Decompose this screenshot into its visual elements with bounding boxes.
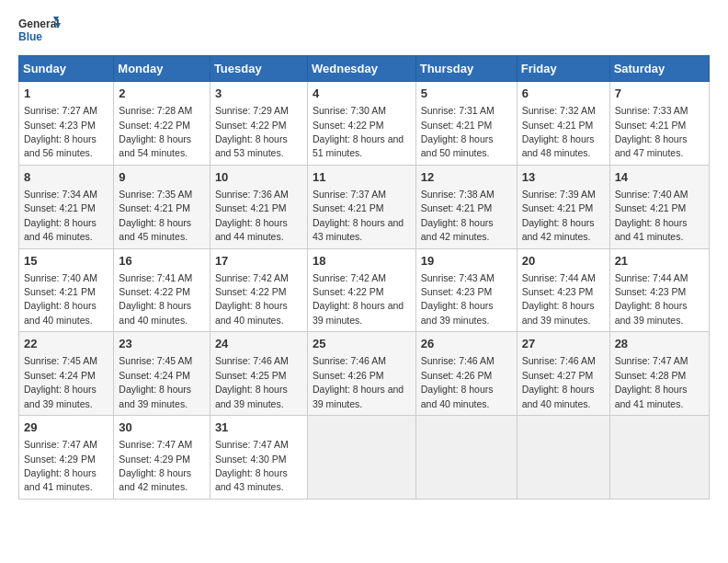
day-info: Sunrise: 7:29 AMSunset: 4:22 PMDaylight:…: [215, 105, 289, 158]
day-info: Sunrise: 7:45 AMSunset: 4:24 PMDaylight:…: [24, 355, 97, 408]
day-info: Sunrise: 7:47 AMSunset: 4:29 PMDaylight:…: [24, 439, 97, 492]
day-info: Sunrise: 7:47 AMSunset: 4:29 PMDaylight:…: [119, 439, 192, 492]
header-wednesday: Wednesday: [307, 56, 415, 82]
day-number: 20: [522, 253, 605, 270]
calendar-cell: [415, 416, 517, 500]
calendar-cell: 16Sunrise: 7:41 AMSunset: 4:22 PMDayligh…: [114, 248, 210, 332]
day-info: Sunrise: 7:46 AMSunset: 4:27 PMDaylight:…: [522, 355, 596, 408]
day-number: 19: [421, 253, 512, 270]
day-info: Sunrise: 7:30 AMSunset: 4:22 PMDaylight:…: [313, 105, 404, 158]
day-number: 24: [215, 336, 302, 352]
day-number: 4: [313, 86, 411, 102]
calendar-cell: 4Sunrise: 7:30 AMSunset: 4:22 PMDaylight…: [307, 82, 415, 166]
day-number: 5: [421, 86, 512, 102]
calendar-cell: 3Sunrise: 7:29 AMSunset: 4:22 PMDaylight…: [210, 82, 307, 166]
calendar-week-row: 8Sunrise: 7:34 AMSunset: 4:21 PMDaylight…: [19, 165, 710, 248]
calendar-cell: 30Sunrise: 7:47 AMSunset: 4:29 PMDayligh…: [114, 416, 210, 500]
calendar-cell: 26Sunrise: 7:46 AMSunset: 4:26 PMDayligh…: [415, 332, 517, 416]
calendar-cell: 9Sunrise: 7:35 AMSunset: 4:21 PMDaylight…: [114, 165, 210, 248]
calendar-cell: 22Sunrise: 7:45 AMSunset: 4:24 PMDayligh…: [19, 332, 114, 416]
day-info: Sunrise: 7:34 AMSunset: 4:21 PMDaylight:…: [24, 189, 97, 242]
day-number: 10: [215, 169, 302, 186]
logo: General Blue: [18, 15, 63, 48]
day-info: Sunrise: 7:32 AMSunset: 4:21 PMDaylight:…: [522, 105, 596, 158]
day-number: 16: [119, 253, 205, 270]
calendar-cell: 29Sunrise: 7:47 AMSunset: 4:29 PMDayligh…: [19, 416, 114, 500]
calendar-cell: 19Sunrise: 7:43 AMSunset: 4:23 PMDayligh…: [415, 248, 517, 332]
day-info: Sunrise: 7:38 AMSunset: 4:21 PMDaylight:…: [421, 189, 495, 242]
calendar-cell: 6Sunrise: 7:32 AMSunset: 4:21 PMDaylight…: [517, 82, 609, 166]
day-number: 8: [24, 169, 108, 186]
day-info: Sunrise: 7:46 AMSunset: 4:26 PMDaylight:…: [313, 355, 404, 408]
day-number: 6: [522, 86, 605, 102]
calendar-cell: 23Sunrise: 7:45 AMSunset: 4:24 PMDayligh…: [114, 332, 210, 416]
logo-icon: General Blue: [18, 15, 63, 48]
day-number: 9: [119, 169, 205, 186]
day-number: 18: [313, 253, 411, 270]
day-info: Sunrise: 7:40 AMSunset: 4:21 PMDaylight:…: [615, 189, 688, 242]
svg-text:General: General: [18, 17, 60, 30]
calendar-cell: 20Sunrise: 7:44 AMSunset: 4:23 PMDayligh…: [517, 248, 609, 332]
calendar-week-row: 15Sunrise: 7:40 AMSunset: 4:21 PMDayligh…: [19, 248, 710, 332]
day-info: Sunrise: 7:46 AMSunset: 4:26 PMDaylight:…: [421, 355, 495, 408]
day-info: Sunrise: 7:47 AMSunset: 4:28 PMDaylight:…: [615, 355, 688, 408]
calendar-cell: 27Sunrise: 7:46 AMSunset: 4:27 PMDayligh…: [517, 332, 609, 416]
day-info: Sunrise: 7:44 AMSunset: 4:23 PMDaylight:…: [615, 272, 688, 326]
day-number: 15: [24, 253, 108, 270]
calendar-week-row: 22Sunrise: 7:45 AMSunset: 4:24 PMDayligh…: [19, 332, 710, 416]
day-info: Sunrise: 7:28 AMSunset: 4:22 PMDaylight:…: [119, 105, 192, 158]
calendar-cell: 24Sunrise: 7:46 AMSunset: 4:25 PMDayligh…: [210, 332, 307, 416]
day-info: Sunrise: 7:45 AMSunset: 4:24 PMDaylight:…: [119, 355, 192, 408]
day-info: Sunrise: 7:27 AMSunset: 4:23 PMDaylight:…: [24, 105, 97, 158]
calendar-cell: 2Sunrise: 7:28 AMSunset: 4:22 PMDaylight…: [114, 82, 210, 166]
calendar-cell: 5Sunrise: 7:31 AMSunset: 4:21 PMDaylight…: [415, 82, 517, 166]
day-number: 30: [119, 419, 205, 436]
day-info: Sunrise: 7:44 AMSunset: 4:23 PMDaylight:…: [522, 272, 596, 326]
calendar-cell: 13Sunrise: 7:39 AMSunset: 4:21 PMDayligh…: [517, 165, 609, 248]
header-thursday: Thursday: [415, 56, 517, 82]
day-number: 11: [313, 169, 411, 186]
day-info: Sunrise: 7:35 AMSunset: 4:21 PMDaylight:…: [119, 189, 192, 242]
calendar-cell: 14Sunrise: 7:40 AMSunset: 4:21 PMDayligh…: [609, 165, 709, 248]
calendar-week-row: 29Sunrise: 7:47 AMSunset: 4:29 PMDayligh…: [19, 416, 710, 500]
calendar-cell: 25Sunrise: 7:46 AMSunset: 4:26 PMDayligh…: [307, 332, 415, 416]
header-monday: Monday: [114, 56, 210, 82]
day-info: Sunrise: 7:39 AMSunset: 4:21 PMDaylight:…: [522, 189, 596, 242]
header-tuesday: Tuesday: [210, 56, 307, 82]
header-saturday: Saturday: [609, 56, 709, 82]
calendar-cell: 31Sunrise: 7:47 AMSunset: 4:30 PMDayligh…: [210, 416, 307, 500]
day-info: Sunrise: 7:33 AMSunset: 4:21 PMDaylight:…: [615, 105, 688, 158]
day-number: 23: [119, 336, 205, 352]
calendar-cell: [517, 416, 609, 500]
day-number: 26: [421, 336, 512, 352]
calendar-cell: 17Sunrise: 7:42 AMSunset: 4:22 PMDayligh…: [210, 248, 307, 332]
day-number: 21: [615, 253, 704, 270]
day-info: Sunrise: 7:37 AMSunset: 4:21 PMDaylight:…: [313, 189, 404, 242]
day-info: Sunrise: 7:31 AMSunset: 4:21 PMDaylight:…: [421, 105, 495, 158]
calendar-header-row: SundayMondayTuesdayWednesdayThursdayFrid…: [19, 56, 710, 82]
day-info: Sunrise: 7:41 AMSunset: 4:22 PMDaylight:…: [119, 272, 192, 326]
calendar-cell: [609, 416, 709, 500]
calendar-cell: 11Sunrise: 7:37 AMSunset: 4:21 PMDayligh…: [307, 165, 415, 248]
day-info: Sunrise: 7:46 AMSunset: 4:25 PMDaylight:…: [215, 355, 289, 408]
day-number: 25: [313, 336, 411, 352]
day-number: 12: [421, 169, 512, 186]
calendar-cell: 8Sunrise: 7:34 AMSunset: 4:21 PMDaylight…: [19, 165, 114, 248]
day-info: Sunrise: 7:42 AMSunset: 4:22 PMDaylight:…: [313, 272, 404, 326]
day-number: 13: [522, 169, 605, 186]
day-number: 1: [24, 86, 108, 102]
header-sunday: Sunday: [19, 56, 114, 82]
svg-text:Blue: Blue: [18, 30, 42, 43]
day-number: 3: [215, 86, 302, 102]
day-info: Sunrise: 7:36 AMSunset: 4:21 PMDaylight:…: [215, 189, 289, 242]
calendar-cell: 7Sunrise: 7:33 AMSunset: 4:21 PMDaylight…: [609, 82, 709, 166]
calendar-cell: 12Sunrise: 7:38 AMSunset: 4:21 PMDayligh…: [415, 165, 517, 248]
day-number: 31: [215, 419, 302, 436]
day-number: 14: [615, 169, 704, 186]
day-number: 7: [615, 86, 704, 102]
header-friday: Friday: [517, 56, 609, 82]
day-number: 22: [24, 336, 108, 352]
calendar-cell: 1Sunrise: 7:27 AMSunset: 4:23 PMDaylight…: [19, 82, 114, 166]
calendar-cell: [307, 416, 415, 500]
calendar-table: SundayMondayTuesdayWednesdayThursdayFrid…: [18, 55, 710, 500]
